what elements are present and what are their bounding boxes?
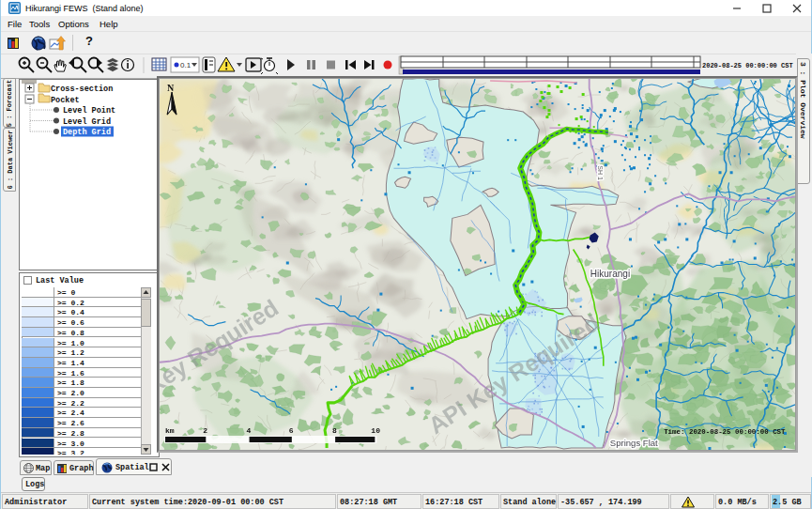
svg-text:Level Point: Level Point xyxy=(63,106,115,116)
svg-text:Springs Flat: Springs Flat xyxy=(610,438,658,448)
svg-text:0.1: 0.1 xyxy=(180,61,192,69)
svg-text:2020-08-25 00:00:00 CST: 2020-08-25 00:00:00 CST xyxy=(702,62,793,69)
svg-text:SH 1: SH 1 xyxy=(597,165,604,180)
svg-text:Level Grid: Level Grid xyxy=(63,117,111,127)
svg-text:Depth Grid: Depth Grid xyxy=(63,128,111,137)
svg-text:Time: 2020-08-25 00:00:00 CST: Time: 2020-08-25 00:00:00 CST xyxy=(664,428,786,436)
svg-text:Cross-section: Cross-section xyxy=(51,85,113,94)
svg-text:10: 10 xyxy=(371,426,380,435)
svg-text:km: km xyxy=(165,426,175,435)
svg-text:6: 6 xyxy=(289,426,294,435)
svg-text:Hikurangi: Hikurangi xyxy=(590,269,630,279)
svg-text:2: 2 xyxy=(203,426,207,435)
svg-text:Pocket: Pocket xyxy=(51,96,80,105)
svg-text:N: N xyxy=(167,83,175,93)
svg-text:4: 4 xyxy=(247,426,252,435)
svg-text:8: 8 xyxy=(332,426,337,435)
